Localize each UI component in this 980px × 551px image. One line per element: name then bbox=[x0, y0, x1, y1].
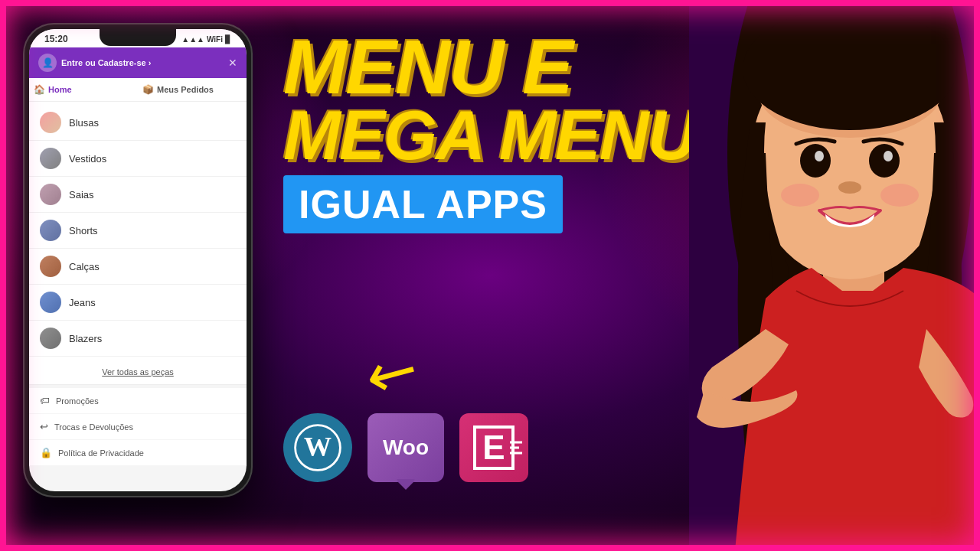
svg-point-8 bbox=[800, 144, 831, 178]
menu-item-blusas[interactable]: Blusas bbox=[29, 105, 247, 141]
tab-home[interactable]: 🏠 Home bbox=[29, 78, 138, 101]
tab-home-label: Home bbox=[48, 85, 72, 94]
menu-label-vestidos: Vestidos bbox=[69, 153, 106, 165]
close-button[interactable]: ✕ bbox=[228, 57, 237, 69]
menu-label-calcas: Calças bbox=[69, 261, 100, 272]
svg-point-13 bbox=[781, 184, 819, 207]
headline-section: MENU E MEGA MENU IGUAL APPS bbox=[283, 31, 712, 233]
bottom-item-promocoes[interactable]: 🏷 Promoções bbox=[29, 388, 247, 414]
svg-point-10 bbox=[815, 151, 824, 161]
app-header: 👤 Entre ou Cadastre-se › ✕ bbox=[29, 47, 247, 78]
user-login-label: Entre ou Cadastre-se › bbox=[61, 58, 151, 67]
thumb-saias bbox=[40, 184, 61, 205]
phone-section: 15:20 ▲▲▲ WiFi ▊ 👤 Entre ou Cadastre-se … bbox=[23, 23, 260, 528]
main-container: 15:20 ▲▲▲ WiFi ▊ 👤 Entre ou Cadastre-se … bbox=[0, 0, 980, 551]
svg-point-9 bbox=[869, 144, 900, 178]
headline-line2: MEGA MENU bbox=[283, 103, 712, 169]
thumb-jeans bbox=[40, 292, 61, 313]
logos-row: W Woo E bbox=[283, 413, 528, 482]
thumb-calcas bbox=[40, 256, 61, 277]
svg-text:W: W bbox=[304, 432, 332, 462]
thumb-blusas bbox=[40, 112, 61, 133]
headline-line1: MENU E bbox=[283, 31, 712, 103]
elementor-logo: E bbox=[459, 413, 528, 482]
thumb-blazers bbox=[40, 328, 61, 349]
svg-point-15 bbox=[743, 8, 957, 130]
menu-item-calcas[interactable]: Calças bbox=[29, 249, 247, 285]
igual-apps-text: IGUAL APPS bbox=[299, 182, 547, 227]
status-time: 15:20 bbox=[44, 34, 68, 44]
svg-point-14 bbox=[880, 184, 919, 207]
phone-frame: 15:20 ▲▲▲ WiFi ▊ 👤 Entre ou Cadastre-se … bbox=[23, 23, 253, 497]
promocoes-icon: 🏷 bbox=[40, 395, 50, 406]
svg-point-11 bbox=[884, 151, 893, 161]
arrow-icon: ↙ bbox=[353, 328, 433, 416]
ver-todas-link[interactable]: Ver todas as peças bbox=[29, 360, 247, 385]
wordpress-svg: W bbox=[291, 421, 345, 474]
person-section bbox=[689, 0, 980, 551]
arrow-section: ↙ bbox=[368, 337, 419, 408]
battery-icon: ▊ bbox=[225, 35, 231, 44]
phone-screen: 15:20 ▲▲▲ WiFi ▊ 👤 Entre ou Cadastre-se … bbox=[29, 29, 247, 491]
menu-label-saias: Saias bbox=[69, 189, 94, 201]
signal-icon: ▲▲▲ bbox=[181, 35, 204, 44]
privacidade-label: Política de Privacidade bbox=[58, 448, 144, 458]
user-info[interactable]: 👤 Entre ou Cadastre-se › bbox=[38, 54, 151, 72]
privacidade-icon: 🔒 bbox=[40, 447, 52, 458]
menu-label-blazers: Blazers bbox=[69, 333, 102, 344]
menu-list: Blusas Vestidos Saias Shorts bbox=[29, 102, 247, 360]
promocoes-label: Promoções bbox=[56, 396, 99, 406]
bottom-menu: 🏷 Promoções ↩ Trocas e Devoluções 🔒 Polí… bbox=[29, 388, 247, 466]
tab-pedidos[interactable]: 📦 Meus Pedidos bbox=[138, 78, 247, 101]
bottom-item-trocas[interactable]: ↩ Trocas e Devoluções bbox=[29, 414, 247, 440]
svg-point-12 bbox=[838, 181, 861, 194]
menu-label-jeans: Jeans bbox=[69, 297, 96, 308]
woocommerce-logo: Woo bbox=[368, 413, 444, 482]
thumb-shorts bbox=[40, 220, 61, 241]
nav-tabs: 🏠 Home 📦 Meus Pedidos bbox=[29, 78, 247, 102]
woo-text: Woo bbox=[383, 435, 429, 460]
person-illustration bbox=[689, 0, 980, 551]
thumb-vestidos bbox=[40, 148, 61, 169]
igual-apps-banner: IGUAL APPS bbox=[283, 175, 563, 233]
tab-pedidos-label: Meus Pedidos bbox=[157, 85, 214, 94]
menu-item-jeans[interactable]: Jeans bbox=[29, 285, 247, 321]
wordpress-logo: W bbox=[283, 413, 352, 482]
phone-notch bbox=[100, 29, 176, 46]
user-avatar: 👤 bbox=[38, 54, 57, 72]
menu-item-saias[interactable]: Saias bbox=[29, 177, 247, 213]
trocas-label: Trocas e Devoluções bbox=[54, 422, 133, 432]
menu-item-shorts[interactable]: Shorts bbox=[29, 213, 247, 249]
home-icon: 🏠 bbox=[34, 84, 45, 95]
menu-label-shorts: Shorts bbox=[69, 225, 98, 236]
menu-item-vestidos[interactable]: Vestidos bbox=[29, 141, 247, 177]
trocas-icon: ↩ bbox=[40, 421, 48, 432]
bottom-item-privacidade[interactable]: 🔒 Política de Privacidade bbox=[29, 440, 247, 466]
menu-item-blazers[interactable]: Blazers bbox=[29, 321, 247, 357]
menu-label-blusas: Blusas bbox=[69, 117, 99, 129]
wifi-icon: WiFi bbox=[207, 35, 223, 44]
pedidos-icon: 📦 bbox=[142, 84, 154, 95]
elementor-e-icon: E bbox=[473, 425, 514, 470]
status-icons: ▲▲▲ WiFi ▊ bbox=[181, 35, 231, 44]
